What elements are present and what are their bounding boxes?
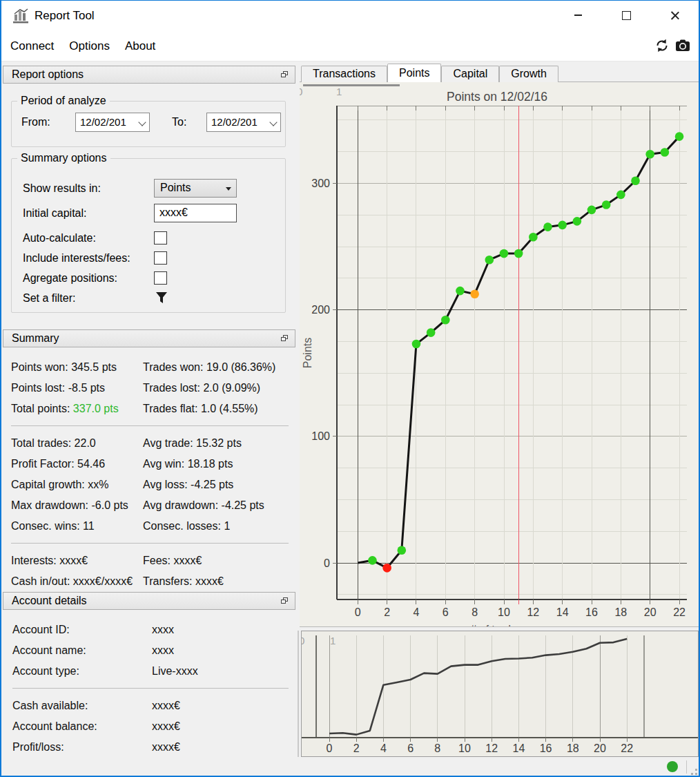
overview-plot-svg: 0246810121416182022 bbox=[302, 631, 698, 756]
points-plot-svg: 01002003000246810121416182022Points on 1… bbox=[300, 82, 700, 627]
summary-value: 345.5 pts bbox=[71, 361, 117, 373]
summary-cell: Trades flat: 1.0 (4.55%) bbox=[143, 399, 258, 419]
summary-cell: Avg drawdown: -4.25 pts bbox=[143, 495, 264, 516]
account-label: Account type: bbox=[12, 665, 79, 677]
account-row: Account type:Live-xxxx bbox=[12, 661, 289, 682]
chevron-down-icon bbox=[138, 118, 146, 126]
chart-top-scroll-fragment bbox=[303, 84, 400, 86]
svg-text:8: 8 bbox=[471, 606, 478, 618]
minimize-icon bbox=[574, 15, 582, 16]
close-button[interactable] bbox=[663, 5, 686, 26]
account-body: Account ID:xxxxAccount name:xxxxAccount … bbox=[12, 610, 289, 758]
svg-text:4: 4 bbox=[380, 742, 387, 754]
svg-text:12: 12 bbox=[485, 742, 498, 754]
svg-text:200: 200 bbox=[311, 304, 330, 316]
summary-cell: Avg win: 18.18 pts bbox=[143, 454, 233, 474]
svg-text:8: 8 bbox=[434, 742, 440, 754]
period-group-title: Period of analyze bbox=[17, 95, 110, 107]
account-value: xxxx bbox=[152, 620, 174, 640]
tab-growth[interactable]: Growth bbox=[499, 66, 558, 82]
summary-row: Points won: 345.5 ptsTrades won: 19.0 (8… bbox=[11, 357, 289, 378]
maximize-button[interactable] bbox=[614, 5, 638, 26]
svg-text:Points on 12/02/16: Points on 12/02/16 bbox=[447, 90, 547, 104]
summary-row: Consec. wins: 11Consec. losses: 1 bbox=[11, 516, 289, 537]
account-row: Account name:xxxx bbox=[12, 640, 289, 661]
resize-grip[interactable] bbox=[689, 767, 697, 775]
summary-value: -4.25 pts bbox=[222, 499, 264, 511]
svg-text:100: 100 bbox=[311, 430, 330, 442]
svg-text:18: 18 bbox=[614, 606, 627, 618]
menubar-icons bbox=[654, 38, 690, 53]
option-label: Auto-calculate: bbox=[23, 232, 96, 244]
chevron-down-icon bbox=[269, 118, 277, 126]
summary-value: 1.0 (4.55%) bbox=[201, 403, 258, 414]
menu-item-about[interactable]: About bbox=[117, 31, 163, 61]
account-label: Profit/loss: bbox=[12, 741, 64, 753]
summary-value: xx% bbox=[88, 479, 108, 490]
connection-status-dot bbox=[667, 761, 678, 772]
splitter-handle[interactable] bbox=[298, 631, 299, 757]
float-panel-icon[interactable] bbox=[281, 335, 289, 343]
summary-value: xxxx€ bbox=[195, 575, 224, 587]
report-options-panel: Report options Period of analyze From: 1… bbox=[3, 66, 295, 329]
initial-capital-input[interactable]: xxxx€ bbox=[154, 204, 237, 222]
checkbox[interactable] bbox=[154, 271, 167, 285]
svg-text:6: 6 bbox=[443, 606, 449, 618]
summary-cell: Trades won: 19.0 (86.36%) bbox=[143, 357, 275, 378]
report-options-title: Report options bbox=[12, 68, 84, 80]
option-label: Initial capital: bbox=[23, 207, 87, 219]
menu-item-options[interactable]: Options bbox=[61, 31, 117, 61]
show-results-combobox[interactable]: Points bbox=[154, 179, 237, 198]
option-label: Include interests/fees: bbox=[23, 252, 130, 264]
titlebar: Report Tool bbox=[1, 1, 699, 31]
filter-icon[interactable] bbox=[154, 290, 169, 308]
summary-value: -6.0 pts bbox=[92, 499, 128, 511]
summary-body: Points won: 345.5 ptsTrades won: 19.0 (8… bbox=[11, 347, 289, 592]
divider bbox=[12, 688, 289, 689]
summary-cell: Consec. losses: 1 bbox=[143, 516, 230, 537]
points-chart[interactable]: 0 1 01002003000246810121416182022Points … bbox=[300, 82, 700, 627]
minimize-button[interactable] bbox=[566, 5, 590, 26]
summary-cell: Total trades: 22.0 bbox=[11, 437, 96, 449]
float-panel-icon[interactable] bbox=[281, 597, 289, 605]
camera-icon[interactable] bbox=[675, 38, 690, 53]
svg-text:2: 2 bbox=[353, 742, 360, 754]
tab-points[interactable]: Points bbox=[387, 64, 441, 82]
svg-text:0: 0 bbox=[324, 557, 330, 569]
overview-chart[interactable]: 0 1 0246810121416182022 bbox=[301, 631, 699, 757]
summary-cell: Total points: 337.0 pts bbox=[11, 403, 119, 414]
from-date-combobox[interactable]: 12/02/201 bbox=[75, 113, 150, 132]
svg-text:10: 10 bbox=[458, 742, 471, 754]
menubar: ConnectOptionsAbout bbox=[1, 31, 699, 61]
refresh-icon[interactable] bbox=[654, 38, 670, 53]
checkbox[interactable] bbox=[154, 231, 167, 244]
divider bbox=[11, 543, 289, 544]
summary-value: 18.18 pts bbox=[188, 458, 233, 470]
summary-cell: Avg trade: 15.32 pts bbox=[143, 433, 242, 454]
summary-cell: Avg loss: -4.25 pts bbox=[143, 474, 233, 495]
to-label: To: bbox=[172, 116, 186, 128]
tab-transactions[interactable]: Transactions bbox=[301, 66, 387, 82]
tab-capital[interactable]: Capital bbox=[441, 66, 499, 82]
summary-panel: Summary Points won: 345.5 ptsTrades won:… bbox=[3, 329, 295, 592]
svg-text:# of trades: # of trades bbox=[470, 624, 523, 627]
svg-text:20: 20 bbox=[644, 606, 657, 618]
option-row: Set a filter: bbox=[23, 289, 278, 308]
svg-text:0: 0 bbox=[355, 606, 361, 618]
checkbox[interactable] bbox=[154, 251, 167, 265]
window-title: Report Tool bbox=[35, 1, 95, 31]
app-icon bbox=[12, 8, 29, 24]
to-date-combobox[interactable]: 12/02/201 bbox=[206, 113, 281, 132]
svg-text:20: 20 bbox=[594, 742, 606, 754]
account-label: Account name: bbox=[12, 644, 86, 656]
overview-corner-tick-0: 0 bbox=[301, 635, 304, 646]
app-window: Report Tool ConnectOptionsAbout Report o… bbox=[0, 0, 700, 777]
summary-row: Capital growth: xx%Avg loss: -4.25 pts bbox=[11, 474, 289, 495]
account-row: Account ID:xxxx bbox=[12, 620, 289, 640]
summary-header: Summary bbox=[3, 329, 295, 347]
float-panel-icon[interactable] bbox=[281, 71, 289, 79]
summary-cell: Points won: 345.5 pts bbox=[11, 361, 117, 373]
svg-text:16: 16 bbox=[585, 606, 598, 618]
menu-item-connect[interactable]: Connect bbox=[3, 31, 61, 61]
account-row: Profit/loss:xxxx€ bbox=[12, 737, 289, 758]
